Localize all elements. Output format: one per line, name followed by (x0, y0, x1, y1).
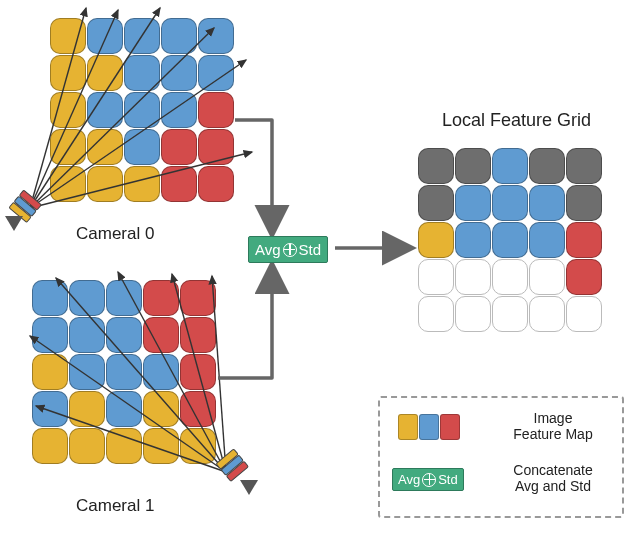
grid-cell (124, 129, 160, 165)
grid-cell (529, 296, 565, 332)
grid-cell (198, 55, 234, 91)
grid-cell (32, 280, 68, 316)
grid-cell (180, 317, 216, 353)
grid-cell (143, 354, 179, 390)
grid-cell (492, 185, 528, 221)
avg-std-operator: Avg Std (248, 236, 328, 263)
grid-cell (180, 428, 216, 464)
oplus-icon (283, 243, 297, 257)
grid-cell (455, 296, 491, 332)
legend-swatch-blue (419, 414, 439, 440)
grid-cell (69, 317, 105, 353)
grid-cell (161, 166, 197, 202)
grid-cell (50, 92, 86, 128)
grid-cell (124, 92, 160, 128)
grid-cell (455, 185, 491, 221)
legend-avg-std-swatch: AvgStd (392, 468, 464, 491)
grid-cell (492, 259, 528, 295)
camera0-tripod-icon (5, 216, 23, 231)
grid-cell (32, 391, 68, 427)
grid-cell (124, 55, 160, 91)
grid-cell (50, 55, 86, 91)
grid-cell (50, 129, 86, 165)
grid-cell (143, 391, 179, 427)
std-text: Std (299, 241, 322, 258)
grid-cell (198, 166, 234, 202)
grid-cell (87, 166, 123, 202)
grid-cell (50, 166, 86, 202)
grid-cell (106, 391, 142, 427)
legend-box: Image Feature Map AvgStd Concatenate Avg… (378, 396, 624, 518)
legend-swatch-yellow (398, 414, 418, 440)
grid-cell (143, 280, 179, 316)
grid-cell (106, 280, 142, 316)
grid-cell (566, 296, 602, 332)
grid-cell (455, 222, 491, 258)
grid-cell (566, 259, 602, 295)
grid-cell (87, 129, 123, 165)
grid-cell (418, 296, 454, 332)
grid-cell (106, 428, 142, 464)
grid-cell (161, 55, 197, 91)
grid-cell (106, 354, 142, 390)
grid-cell (418, 222, 454, 258)
grid-cell (418, 259, 454, 295)
legend-featuremap-label: Image Feature Map (498, 410, 608, 442)
camera0-label: Cameral 0 (76, 224, 154, 244)
grid-cell (161, 18, 197, 54)
grid-cell (143, 317, 179, 353)
grid-cell (143, 428, 179, 464)
grid-cell (32, 317, 68, 353)
grid-cell (87, 55, 123, 91)
grid-cell (87, 18, 123, 54)
grid-cell (69, 354, 105, 390)
grid-cell (106, 317, 142, 353)
legend-concat-label: Concatenate Avg and Std (492, 462, 614, 494)
grid-cell (180, 391, 216, 427)
grid-cell (87, 92, 123, 128)
avg-text: Avg (255, 241, 281, 258)
grid-cell (418, 185, 454, 221)
local-feature-grid-title: Local Feature Grid (442, 110, 591, 131)
grid-cell (492, 296, 528, 332)
grid-cell (566, 222, 602, 258)
grid-cell (529, 185, 565, 221)
grid-cell (198, 129, 234, 165)
legend-swatch-red (440, 414, 460, 440)
camera1-tripod-icon (240, 480, 258, 495)
grid-cell (492, 148, 528, 184)
grid-cell (180, 280, 216, 316)
grid-cell (32, 354, 68, 390)
grid-cell (124, 18, 160, 54)
grid-cell (32, 428, 68, 464)
grid-cell (161, 92, 197, 128)
grid-cell (69, 280, 105, 316)
grid-cell (492, 222, 528, 258)
grid-cell (124, 166, 160, 202)
grid-cell (69, 428, 105, 464)
grid-cell (198, 92, 234, 128)
grid-cell (529, 259, 565, 295)
grid-cell (180, 354, 216, 390)
grid-cell (455, 148, 491, 184)
grid-cell (69, 391, 105, 427)
grid-cell (529, 148, 565, 184)
grid-cell (529, 222, 565, 258)
camera1-label: Cameral 1 (76, 496, 154, 516)
grid-cell (566, 148, 602, 184)
grid-cell (50, 18, 86, 54)
grid-cell (566, 185, 602, 221)
grid-cell (418, 148, 454, 184)
grid-cell (198, 18, 234, 54)
grid-cell (455, 259, 491, 295)
grid-cell (161, 129, 197, 165)
